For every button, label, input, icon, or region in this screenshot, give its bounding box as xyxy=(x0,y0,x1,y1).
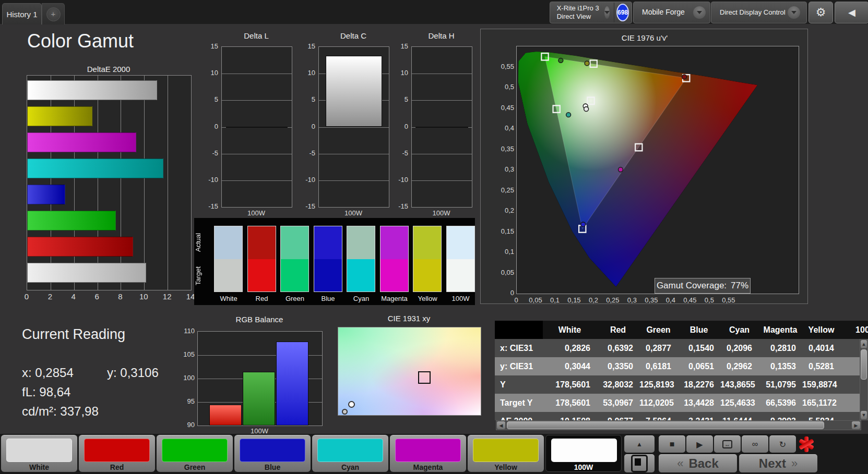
bar-green xyxy=(243,372,275,426)
collapse-panel-button[interactable]: ◀ xyxy=(835,2,868,23)
pattern-button-green[interactable]: Green xyxy=(157,435,233,472)
scroll-right-icon[interactable]: ▶ xyxy=(852,421,860,429)
cell-value: 125,8193 xyxy=(639,375,677,394)
pattern-button-white[interactable]: White xyxy=(1,435,77,472)
tick-label: -10 xyxy=(300,176,315,184)
stop-icon: ■ xyxy=(670,440,675,449)
pattern-button-blue[interactable]: Blue xyxy=(234,435,311,472)
gear-icon: ⚙ xyxy=(816,6,826,19)
range-icon: ↔ xyxy=(722,440,732,448)
rgb-balance-chart: RGB Balance 100W 1101051009590 xyxy=(177,312,329,437)
tick-label: -5 xyxy=(300,149,315,157)
header-cell: Magenta xyxy=(758,321,802,339)
table-row: y: CIE310,30440,33500,61810,06510,29620,… xyxy=(495,357,868,375)
chromaticity-horseshoe xyxy=(518,52,757,286)
scrollbar-thumb[interactable] xyxy=(861,349,867,380)
delta-xlabel: 100W xyxy=(318,209,388,217)
gridline xyxy=(144,76,145,290)
actual-swatch xyxy=(413,226,442,259)
chevron-left-icon: « xyxy=(677,457,683,470)
delta-xlabel: 100W xyxy=(221,209,291,217)
pattern-button-red[interactable]: Red xyxy=(79,435,155,472)
table-row: ΔE 200010,15089,06777,59643,243111,64449… xyxy=(495,412,868,420)
stop-button[interactable]: ■ xyxy=(659,435,685,453)
table-vertical-scrollbar[interactable]: ▲ ▼ xyxy=(860,339,868,420)
display-control-dropdown[interactable]: Direct Display Control xyxy=(711,2,807,23)
header-cell: Green xyxy=(639,321,677,339)
measured-marker xyxy=(348,401,355,408)
cell-value: 53,0967 xyxy=(597,394,639,412)
cie-1976-diagram[interactable] xyxy=(516,46,799,294)
plus-icon: + xyxy=(46,7,61,21)
infinity-button[interactable]: ∞ xyxy=(742,435,768,453)
measured-marker-green xyxy=(558,58,563,63)
pattern-window-up-button[interactable]: ▲ xyxy=(624,435,655,453)
cie-1931-diagram[interactable] xyxy=(338,327,481,416)
row-label: Y xyxy=(495,375,543,394)
measured-marker-white2 xyxy=(584,107,589,112)
up-arrow-icon: ▲ xyxy=(636,441,643,448)
cell-value: 7,5964 xyxy=(639,412,677,420)
scrollbar-thumb[interactable] xyxy=(507,421,824,429)
tick-label: 0 xyxy=(300,123,315,130)
tick-label: 2 xyxy=(42,292,58,301)
back-button[interactable]: « Back xyxy=(659,454,737,472)
tick-label: 0 xyxy=(19,292,34,301)
table-horizontal-scrollbar[interactable]: ◀ ▶ xyxy=(496,420,861,430)
cell-value: 0,4014 xyxy=(802,339,840,357)
pattern-bar: WhiteRedGreenBlueCyanMagentaYellow100W ▲… xyxy=(0,434,868,474)
tick-label: -15 xyxy=(300,202,315,210)
reading-y: y: 0,3106 xyxy=(107,366,159,380)
meter-dropdown[interactable]: X-Rite i1Pro 3 Direct View 698 xyxy=(550,2,632,23)
tick-label: -5 xyxy=(203,149,218,157)
pattern-button-yellow[interactable]: Yellow xyxy=(468,435,544,472)
gridline xyxy=(98,76,98,290)
pattern-button-100w[interactable]: 100W xyxy=(545,435,622,472)
pattern-label: Red xyxy=(79,463,155,471)
swatch-column-100w: 100W xyxy=(446,218,475,305)
calman-asterisk-icon[interactable] xyxy=(797,435,816,454)
table-row: Target Y178,560153,0967112,020513,442812… xyxy=(495,394,868,412)
chevron-down-icon[interactable] xyxy=(693,6,706,19)
gridline xyxy=(319,180,389,181)
tick-label: 15 xyxy=(300,42,315,50)
chevron-down-icon[interactable] xyxy=(788,6,800,19)
row-label: Target Y xyxy=(495,394,543,412)
color-patch xyxy=(240,439,305,462)
cie-1976-panel: CIE 1976 u'v' xyxy=(480,29,808,304)
pattern-window-button[interactable] xyxy=(624,454,655,472)
tick-label: 0,45 xyxy=(680,296,700,304)
delta-plot-area xyxy=(411,46,472,208)
gridline xyxy=(412,74,472,74)
actual-swatch xyxy=(446,226,475,259)
add-tab-button[interactable]: + xyxy=(42,3,65,25)
refresh-icon: ↻ xyxy=(779,440,786,449)
tab-history-1[interactable]: History 1 xyxy=(2,3,42,25)
refresh-button[interactable]: ↻ xyxy=(769,435,796,453)
meter-count-badge[interactable]: 698 xyxy=(616,4,629,21)
pattern-button-cyan[interactable]: Cyan xyxy=(312,435,388,472)
rgb-plot-area xyxy=(197,331,323,426)
color-patch xyxy=(162,439,228,462)
color-patch xyxy=(473,439,539,462)
gridline xyxy=(412,154,472,154)
tick-label: 8 xyxy=(112,292,128,301)
chevron-down-icon[interactable] xyxy=(604,6,610,19)
scroll-down-icon[interactable]: ▼ xyxy=(861,411,867,419)
tick-label: 0,35 xyxy=(641,296,662,304)
source-dropdown[interactable]: Mobile Forge xyxy=(633,2,710,23)
play-button[interactable]: ▶ xyxy=(686,435,713,453)
tick-label: -5 xyxy=(393,149,408,157)
settings-button[interactable]: ⚙ xyxy=(808,2,833,23)
scroll-left-icon[interactable]: ◀ xyxy=(497,421,505,429)
back-label: Back xyxy=(688,456,718,471)
pattern-button-magenta[interactable]: Magenta xyxy=(390,435,466,472)
next-button[interactable]: Next » xyxy=(739,454,817,472)
range-button[interactable]: ↔ xyxy=(714,435,741,453)
coverage-value: 77% xyxy=(731,281,748,291)
tick-label: 105 xyxy=(177,350,195,358)
bar-magenta xyxy=(27,132,136,152)
color-patch xyxy=(317,439,383,462)
scroll-up-icon[interactable]: ▲ xyxy=(861,340,867,348)
tick-label: 95 xyxy=(177,397,195,405)
